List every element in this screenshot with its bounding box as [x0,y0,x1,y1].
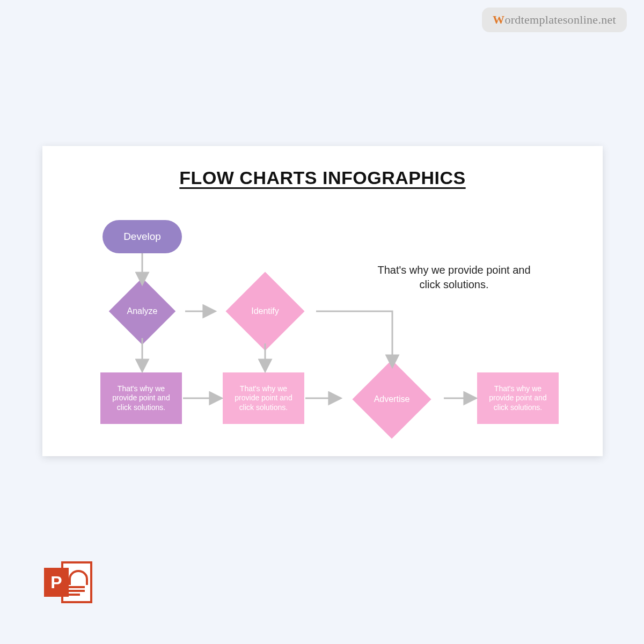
watermark-rest: ordtemplatesonline.net [504,13,616,26]
node-identify: Identify [214,279,316,343]
node-box-3: That's why we provide point and click so… [477,372,559,424]
powerpoint-icon: P [44,558,92,606]
node-develop: Develop [103,220,182,253]
node-box-1-text: That's why we provide point and click so… [105,384,178,413]
slide-card: FLOW CHARTS INFOGRAPHICS Develop Analyze… [42,146,603,456]
powerpoint-letter: P [44,568,69,597]
node-box-3-text: That's why we provide point and click so… [481,384,554,413]
side-note-text: That's why we provide point and click so… [377,264,530,290]
node-analyze-label: Analyze [127,306,158,316]
node-advertise-label: Advertise [374,394,410,404]
node-box-2-text: That's why we provide point and click so… [227,384,300,413]
node-box-2: That's why we provide point and click so… [223,372,304,424]
node-analyze: Analyze [99,284,185,338]
node-develop-label: Develop [123,231,161,243]
watermark-initial: W [493,13,504,26]
side-note: That's why we provide point and click so… [376,263,532,292]
node-advertise: Advertise [341,367,443,431]
watermark-badge: Wordtemplatesonline.net [482,8,627,32]
node-identify-label: Identify [251,306,279,316]
node-box-1: That's why we provide point and click so… [100,372,182,424]
flowchart-canvas: Develop Analyze Identify Advertise That'… [42,146,603,456]
